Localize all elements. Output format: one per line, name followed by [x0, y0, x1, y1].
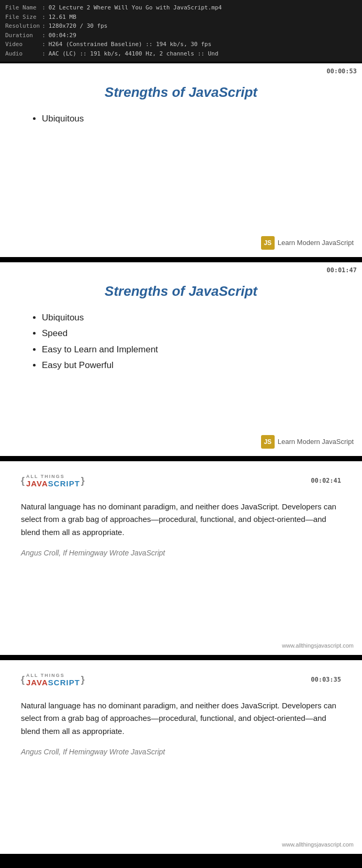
brace-open-3: {: [21, 475, 25, 486]
slide-4-quote: Natural language has no dominant paradig…: [21, 699, 341, 738]
slide-3-header: { ALL THINGS JAVASCRIPT } 00:02:41: [21, 474, 341, 488]
file-info-label: Resolution: [5, 21, 42, 31]
slide-3-attribution: Angus Croll, If Hemingway Wrote JavaScri…: [21, 549, 341, 557]
slide-1: 00:00:53 Strengths of JavaScript Ubiquit…: [0, 63, 362, 257]
slide-4: { ALL THINGS JAVASCRIPT } 00:03:35 Natur…: [0, 660, 362, 854]
file-info-sep: :: [42, 40, 49, 49]
file-info-row: Duration : 00:04:29: [5, 31, 224, 40]
atj-logo-bottom-3: JAVASCRIPT: [26, 479, 80, 488]
list-item: Ubiquitous: [42, 111, 341, 127]
slide-4-footer-url: www.allthingsjavascript.com: [282, 841, 354, 848]
slide-4-attribution: Angus Croll, If Hemingway Wrote JavaScri…: [21, 748, 341, 756]
file-info-sep: :: [42, 3, 49, 13]
atj-script-4: SCRIPT: [48, 678, 80, 687]
slide-2-list: UbiquitousSpeedEasy to Learn and Impleme…: [21, 310, 341, 374]
file-info-value: 12.61 MB: [49, 13, 224, 22]
file-info-row: Audio : AAC (LC) :: 191 kb/s, 44100 Hz, …: [5, 49, 224, 59]
atj-script-3: SCRIPT: [48, 479, 80, 488]
list-item: Easy to Learn and Implement: [42, 342, 341, 358]
slide-3-footer-url: www.allthingsjavascript.com: [282, 642, 354, 649]
brace-close-3: }: [81, 475, 85, 486]
slide-1-list: Ubiquitous: [21, 111, 341, 127]
brace-open-4: {: [21, 674, 25, 685]
file-info-value: AAC (LC) :: 191 kb/s, 44100 Hz, 2 channe…: [49, 49, 224, 59]
atj-logo-bottom-4: JAVASCRIPT: [26, 678, 80, 687]
file-info-label: Video: [5, 40, 42, 49]
atj-logo-4: { ALL THINGS JAVASCRIPT }: [21, 673, 85, 687]
slide-2-timestamp: 00:01:47: [326, 266, 357, 274]
file-info-row: Video : H264 (Constrained Baseline) :: 1…: [5, 40, 224, 49]
file-info-sep: :: [42, 21, 49, 31]
file-info-label: Audio: [5, 49, 42, 59]
slide-2-title: Strengths of JavaScript: [21, 283, 341, 299]
atj-logo-3: { ALL THINGS JAVASCRIPT }: [21, 474, 85, 488]
slide-1-title: Strengths of JavaScript: [21, 84, 341, 101]
slide-2: 00:01:47 Strengths of JavaScript Ubiquit…: [0, 262, 362, 456]
file-info-label: File Size: [5, 13, 42, 22]
atj-java-4: JAVA: [26, 678, 48, 687]
slide-1-wrapper: 00:00:53 Strengths of JavaScript Ubiquit…: [0, 62, 362, 259]
file-info-sep: :: [42, 31, 49, 40]
atj-logo-top-4: ALL THINGS: [26, 673, 80, 678]
slide-3: { ALL THINGS JAVASCRIPT } 00:02:41 Natur…: [0, 461, 362, 655]
file-info-label: Duration: [5, 31, 42, 40]
slide-2-logo: JS Learn Modern JavaScript: [261, 435, 354, 449]
slide-3-timestamp: 00:02:41: [311, 477, 341, 484]
file-info-panel: File Name : 02 Lecture 2 Where Will You …: [0, 0, 362, 62]
file-info-value: 1280x720 / 30 fps: [49, 21, 224, 31]
file-info-label: File Name: [5, 3, 42, 13]
file-info-row: File Size : 12.61 MB: [5, 13, 224, 22]
learn-js-logo-icon-2: JS: [261, 435, 275, 449]
slide-1-logo-text: Learn Modern JavaScript: [278, 239, 354, 247]
atj-java-3: JAVA: [26, 479, 48, 488]
slide-4-wrapper: { ALL THINGS JAVASCRIPT } 00:03:35 Natur…: [0, 659, 362, 855]
file-info-value: 02 Lecture 2 Where Will You Go with Java…: [49, 3, 224, 13]
slide-4-timestamp: 00:03:35: [311, 676, 341, 683]
slide-2-logo-text: Learn Modern JavaScript: [278, 438, 354, 446]
atj-logo-top-3: ALL THINGS: [26, 474, 80, 479]
file-info-row: Resolution : 1280x720 / 30 fps: [5, 21, 224, 31]
file-info-value: H264 (Constrained Baseline) :: 194 kb/s,…: [49, 40, 224, 49]
file-info-row: File Name : 02 Lecture 2 Where Will You …: [5, 3, 224, 13]
slide-1-timestamp: 00:00:53: [326, 68, 357, 75]
list-item: Speed: [42, 326, 341, 342]
file-info-sep: :: [42, 49, 49, 59]
slide-4-header: { ALL THINGS JAVASCRIPT } 00:03:35: [21, 673, 341, 687]
brace-close-4: }: [81, 674, 85, 685]
slide-3-quote: Natural language has no dominant paradig…: [21, 500, 341, 539]
list-item: Easy but Powerful: [42, 358, 341, 374]
learn-js-logo-icon-1: JS: [261, 236, 275, 250]
list-item: Ubiquitous: [42, 310, 341, 326]
file-info-sep: :: [42, 13, 49, 22]
slide-3-wrapper: { ALL THINGS JAVASCRIPT } 00:02:41 Natur…: [0, 460, 362, 656]
slide-1-logo: JS Learn Modern JavaScript: [261, 236, 354, 250]
slide-2-wrapper: 00:01:47 Strengths of JavaScript Ubiquit…: [0, 261, 362, 458]
file-info-value: 00:04:29: [49, 31, 224, 40]
